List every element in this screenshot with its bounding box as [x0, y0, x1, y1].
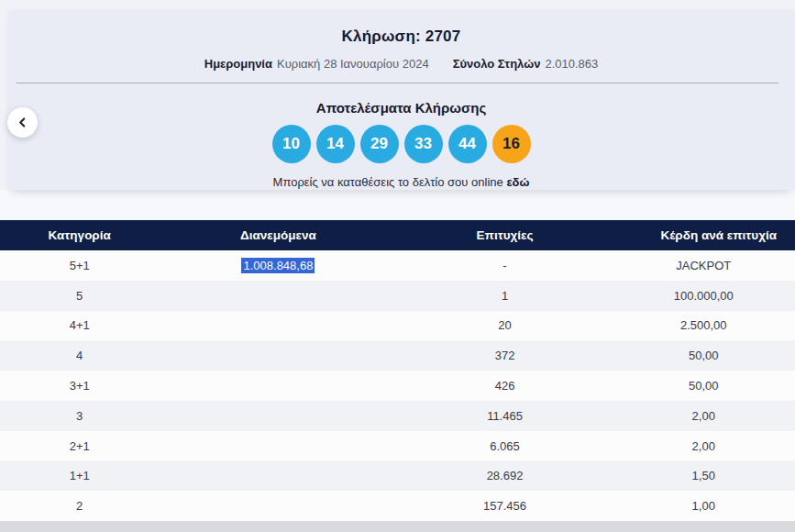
winning-number-ball: 10	[272, 125, 311, 163]
table-row: 3+142650,00	[0, 371, 795, 401]
prize-cell: JACKPOT	[613, 259, 795, 272]
column-header: Κατηγορία	[0, 228, 159, 242]
cta-link[interactable]: εδώ	[506, 175, 529, 189]
winning-numbers: 101429334416	[7, 125, 795, 163]
draw-columns-total: Σύνολο Στηλών2.010.863	[453, 57, 599, 71]
winners-cell: -	[397, 259, 612, 272]
prize-table-body: 5+11.008.848,68-JACKPOT51100.000,004+120…	[0, 250, 795, 521]
winners-cell: 28.692	[397, 469, 612, 482]
results-heading: Αποτελέσματα Κλήρωσης	[7, 100, 795, 116]
prize-cell: 100.000,00	[613, 289, 795, 303]
category-cell: 2+1	[0, 439, 159, 453]
winning-number-ball: 44	[448, 125, 487, 163]
table-row: 2157.4561,00	[0, 491, 795, 521]
selected-distributed-value: 1.008.848,68	[241, 258, 315, 273]
category-cell: 2	[0, 499, 159, 513]
prize-cell: 2.500,00	[613, 318, 795, 332]
prize-cell: 50,00	[613, 349, 795, 362]
draw-date: ΗμερομηνίαΚυριακή 28 Ιανουαρίου 2024	[204, 57, 429, 71]
winning-number-ball: 29	[360, 125, 399, 163]
winners-cell: 11.465	[397, 409, 612, 423]
winners-cell: 6.065	[397, 439, 612, 453]
column-header: Διανεμόμενα	[159, 228, 397, 242]
cta-text: Μπορείς να καταθέσεις το δελτίο σου onli…	[273, 175, 503, 189]
category-cell: 4	[0, 349, 159, 362]
prize-table: ΚατηγορίαΔιανεμόμεναΕπιτυχίεςΚέρδη ανά ε…	[0, 220, 795, 521]
category-cell: 4+1	[0, 318, 159, 332]
column-header: Κέρδη ανά επιτυχία	[613, 228, 795, 242]
card-divider	[17, 83, 778, 83]
cta-line: Μπορείς να καταθέσεις το δελτίο σου onli…	[7, 175, 795, 189]
column-header: Επιτυχίες	[397, 228, 612, 242]
winners-cell: 372	[397, 349, 612, 362]
category-cell: 1+1	[0, 469, 159, 482]
winners-cell: 426	[397, 379, 612, 393]
prize-table-header: ΚατηγορίαΔιανεμόμεναΕπιτυχίεςΚέρδη ανά ε…	[0, 220, 795, 250]
draw-meta: ΗμερομηνίαΚυριακή 28 Ιανουαρίου 2024 Σύν…	[7, 57, 795, 71]
category-cell: 5	[0, 289, 159, 303]
prize-cell: 2,00	[613, 409, 795, 423]
table-row: 5+11.008.848,68-JACKPOT	[0, 250, 795, 281]
footer-strip	[0, 521, 795, 532]
draw-columns-value: 2.010.863	[545, 57, 598, 71]
table-row: 437250,00	[0, 340, 795, 371]
draw-date-value: Κυριακή 28 Ιανουαρίου 2024	[277, 57, 429, 71]
winners-cell: 157.456	[397, 499, 612, 513]
table-row: 311.4652,00	[0, 401, 795, 431]
table-row: 1+128.6921,50	[0, 460, 795, 491]
winners-cell: 20	[397, 318, 612, 332]
winners-cell: 1	[397, 289, 612, 303]
table-row: 2+16.0652,00	[0, 431, 795, 461]
winning-number-ball: 33	[404, 125, 443, 163]
draw-carousel: Κλήρωση: 2707 ΗμερομηνίαΚυριακή 28 Ιανου…	[0, 0, 795, 190]
chevron-left-icon	[17, 117, 28, 127]
prize-cell: 1,00	[613, 499, 795, 513]
prize-cell: 2,00	[613, 439, 795, 453]
draw-result-card: Κλήρωση: 2707 ΗμερομηνίαΚυριακή 28 Ιανου…	[7, 9, 795, 190]
prize-cell: 50,00	[613, 379, 795, 393]
table-row: 4+1202.500,00	[0, 311, 795, 341]
spacer-band	[0, 190, 795, 220]
draw-title: Κλήρωση: 2707	[7, 9, 795, 46]
category-cell: 5+1	[0, 259, 159, 272]
draw-date-label: Ημερομηνία	[204, 57, 272, 71]
joker-number-ball: 16	[492, 125, 531, 163]
table-row: 51100.000,00	[0, 281, 795, 311]
category-cell: 3+1	[0, 379, 159, 393]
draw-columns-label: Σύνολο Στηλών	[453, 57, 541, 71]
carousel-prev-button[interactable]	[7, 107, 38, 138]
category-cell: 3	[0, 409, 159, 423]
winning-number-ball: 14	[316, 125, 355, 163]
distributed-cell: 1.008.848,68	[159, 259, 397, 272]
prize-cell: 1,50	[613, 469, 795, 482]
